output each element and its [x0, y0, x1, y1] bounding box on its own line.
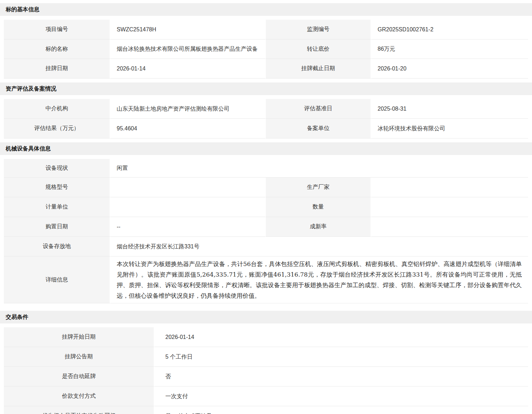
field-label: 项目编号 [4, 20, 110, 39]
field-value: 山东天陆新土地房地产资产评估测绘有限公司 [110, 99, 266, 119]
table-row: 规格型号 生产厂家 [4, 178, 528, 197]
table-row: 项目编号 SWZC251478H 监测编号 GR2025SD1002761-2 [4, 20, 528, 39]
field-value [371, 217, 528, 237]
table-row: 中介机构 山东天陆新土地房地产资产评估测绘有限公司 评估基准日 2025-08-… [4, 99, 528, 119]
field-label: 评估结果（万元） [4, 119, 110, 138]
field-value: 2026-01-14 [110, 59, 266, 79]
field-label: 监测编号 [266, 20, 371, 39]
trade-conditions-table: 挂牌开始日期 2026-01-14 挂牌公告期 5 个工作日 是否自动延牌 否 … [4, 327, 528, 414]
table-row: 挂牌公告期 5 个工作日 [4, 347, 528, 367]
table-row: 标的名称 烟台冰轮换热技术有限公司所属板翅换热器产品生产设备 转让底价 86万元 [4, 39, 528, 59]
field-value [371, 178, 528, 197]
table-row: 购置日期 -- 成新率 [4, 217, 528, 237]
table-row: 挂牌日期 2026-01-14 挂牌截止日期 2026-01-20 [4, 59, 528, 79]
field-label: 数量 [266, 197, 371, 217]
field-value: -- [110, 217, 266, 237]
table-row: 挂牌开始日期 2026-01-14 [4, 327, 528, 347]
field-label: 价款支付方式 [4, 387, 154, 406]
field-label: 中介机构 [4, 99, 110, 119]
field-label: 是否自动延牌 [4, 367, 154, 387]
field-label: 计量单位 [4, 197, 110, 217]
section-title-basic-info: 标的基本信息 [0, 3, 532, 16]
field-value [110, 197, 266, 217]
field-label: 详细信息 [4, 257, 110, 303]
field-value: SWZC251478H [110, 20, 266, 39]
field-value: 95.4604 [110, 119, 266, 138]
field-label: 评估基准日 [266, 99, 371, 119]
table-row: 详细信息 本次转让资产为板翅换热器产品生产设备，共计56台套，具体包括空压机、液… [4, 257, 528, 303]
field-value: 2025-08-31 [371, 99, 528, 119]
field-label: 优先权人是否放弃优先购买权 [4, 406, 154, 414]
detail-text: 本次转让资产为板翅换热器产品生产设备，共计56台套，具体包括空压机、液压闸式剪板… [110, 257, 528, 303]
field-value: 一次支付 [154, 387, 528, 406]
field-value [110, 178, 266, 197]
field-label: 规格型号 [4, 178, 110, 197]
field-value: 烟台冰轮换热技术有限公司所属板翅换热器产品生产设备 [110, 39, 266, 59]
field-label: 设备现状 [4, 159, 110, 178]
field-value: 闲置 [110, 159, 528, 178]
field-value: 冰轮环境技术股份有限公司 [371, 119, 528, 138]
field-value: 烟台经济技术开发区长江路331号 [110, 237, 528, 257]
field-value: 是 （放弃或不涉及） [154, 406, 528, 414]
assessment-table: 中介机构 山东天陆新土地房地产资产评估测绘有限公司 评估基准日 2025-08-… [4, 99, 528, 138]
table-row: 设备存放地 烟台经济技术开发区长江路331号 [4, 237, 528, 257]
field-label: 生产厂家 [266, 178, 371, 197]
section-title-trade-conditions: 交易条件 [0, 311, 532, 323]
table-row: 评估结果（万元） 95.4604 备案单位 冰轮环境技术股份有限公司 [4, 119, 528, 138]
table-row: 价款支付方式 一次支付 [4, 387, 528, 406]
field-label: 挂牌日期 [4, 59, 110, 79]
field-label: 购置日期 [4, 217, 110, 237]
field-value: 86万元 [371, 39, 528, 59]
table-row: 设备现状 闲置 [4, 159, 528, 178]
equipment-table: 设备现状 闲置 规格型号 生产厂家 计量单位 数量 购置日期 -- 成新率 设备… [4, 159, 528, 303]
field-label: 挂牌截止日期 [266, 59, 371, 79]
field-label: 挂牌开始日期 [4, 327, 154, 347]
field-label: 设备存放地 [4, 237, 110, 257]
field-label: 备案单位 [266, 119, 371, 138]
field-label: 标的名称 [4, 39, 110, 59]
table-row: 优先权人是否放弃优先购买权 是 （放弃或不涉及） [4, 406, 528, 414]
section-title-assessment: 资产评估及备案情况 [0, 82, 532, 95]
field-label: 成新率 [266, 217, 371, 237]
table-row: 计量单位 数量 [4, 197, 528, 217]
field-label: 挂牌公告期 [4, 347, 154, 367]
field-value: 2026-01-20 [371, 59, 528, 79]
field-value: 2026-01-14 [154, 327, 528, 347]
basic-info-table: 项目编号 SWZC251478H 监测编号 GR2025SD1002761-2 … [4, 20, 528, 79]
field-value [371, 197, 528, 217]
section-title-equipment: 机械设备具体信息 [0, 142, 532, 155]
field-label: 转让底价 [266, 39, 371, 59]
field-value: 5 个工作日 [154, 347, 528, 367]
field-value: GR2025SD1002761-2 [371, 20, 528, 39]
field-value: 否 [154, 367, 528, 387]
table-row: 是否自动延牌 否 [4, 367, 528, 387]
